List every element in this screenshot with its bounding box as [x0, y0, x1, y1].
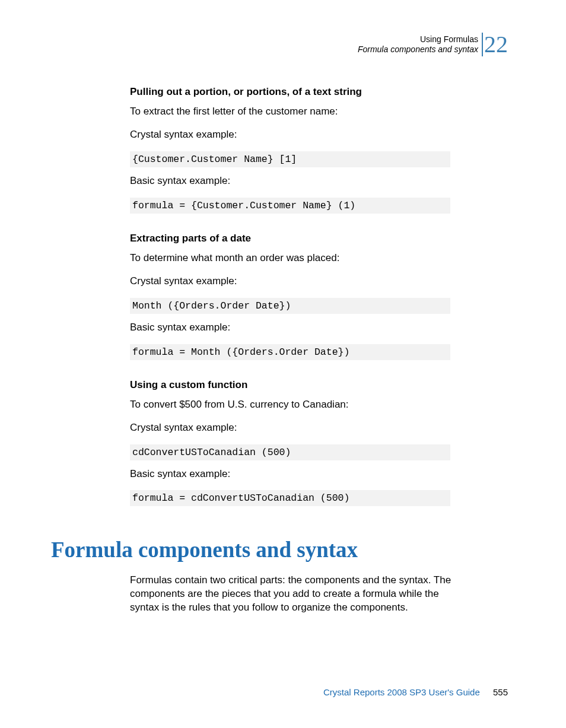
page: Using Formulas Formula components and sy… — [0, 0, 566, 728]
subheading: Using a custom function — [130, 379, 462, 391]
intro-text: To determine what month an order was pla… — [130, 252, 462, 265]
crystal-label: Crystal syntax example: — [130, 275, 462, 288]
basic-label: Basic syntax example: — [130, 174, 462, 188]
section-custom-function: Using a custom function To convert $500 … — [130, 379, 462, 507]
main-body-text: Formulas contain two critical parts: the… — [130, 574, 462, 615]
crystal-label: Crystal syntax example: — [130, 421, 462, 435]
main-body-block: Formulas contain two critical parts: the… — [130, 574, 462, 624]
basic-label: Basic syntax example: — [130, 321, 462, 335]
section-gap — [130, 367, 462, 379]
crystal-code-block: cdConvertUSToCanadian (500) — [130, 444, 450, 460]
footer-guide-title: Crystal Reports 2008 SP3 User's Guide — [323, 687, 480, 697]
content-column: Pulling out a portion, or portions, of a… — [130, 86, 462, 513]
intro-text: To extract the first letter of the custo… — [130, 105, 462, 119]
page-header: Using Formulas Formula components and sy… — [358, 33, 508, 56]
basic-code-block: formula = cdConvertUSToCanadian (500) — [130, 490, 450, 506]
basic-label: Basic syntax example: — [130, 468, 462, 481]
main-heading: Formula components and syntax — [51, 537, 358, 562]
chapter-number: 22 — [484, 33, 508, 56]
section-date: Extracting parts of a date To determine … — [130, 233, 462, 360]
subheading: Extracting parts of a date — [130, 233, 462, 244]
section-text-string: Pulling out a portion, or portions, of a… — [130, 86, 462, 214]
basic-code-block: formula = Month ({Orders.Order Date}) — [130, 344, 450, 360]
header-text-block: Using Formulas Formula components and sy… — [358, 34, 478, 55]
chapter-badge-bar — [482, 33, 483, 56]
page-footer: Crystal Reports 2008 SP3 User's Guide 55… — [323, 687, 508, 697]
header-section-title: Formula components and syntax — [358, 44, 478, 55]
intro-text: To convert $500 from U.S. currency to Ca… — [130, 398, 462, 412]
crystal-label: Crystal syntax example: — [130, 128, 462, 142]
chapter-badge: 22 — [482, 33, 508, 56]
section-gap — [130, 221, 462, 233]
footer-page-number: 555 — [493, 687, 508, 697]
basic-code-block: formula = {Customer.Customer Name} (1) — [130, 198, 450, 214]
crystal-code-block: Month ({Orders.Order Date}) — [130, 298, 450, 314]
header-chapter-title: Using Formulas — [358, 34, 478, 45]
subheading: Pulling out a portion, or portions, of a… — [130, 86, 462, 98]
crystal-code-block: {Customer.Customer Name} [1] — [130, 151, 450, 167]
